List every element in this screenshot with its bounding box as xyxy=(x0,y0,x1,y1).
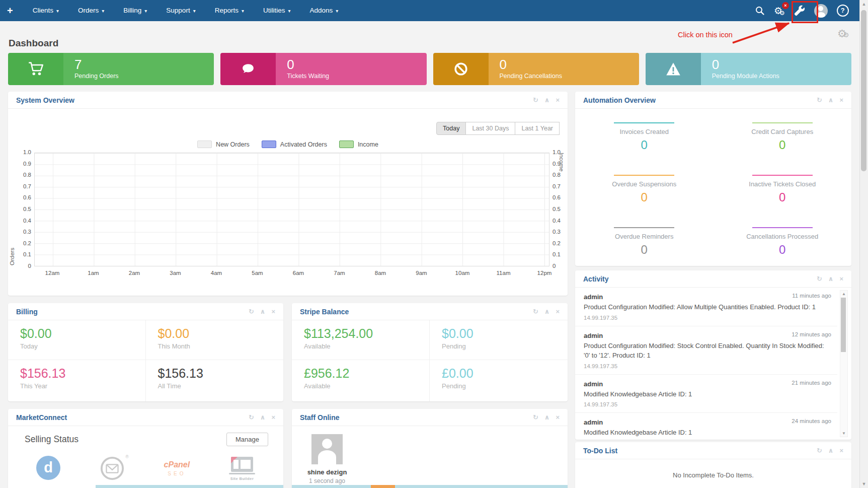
widget-settings-gear-icon[interactable]: ⚙⚙ xyxy=(837,28,849,40)
amount-label: Pending xyxy=(442,342,568,350)
close-icon[interactable]: × xyxy=(839,97,843,103)
amount: $0.00 xyxy=(20,327,145,340)
range-button[interactable]: Last 1 Year xyxy=(515,122,560,135)
collapse-icon[interactable]: ∧ xyxy=(260,414,266,421)
marketconnect-panel: MarketConnect ↻ ∧ × Selling Status Manag… xyxy=(8,409,283,488)
collapse-icon[interactable]: ∧ xyxy=(544,97,550,103)
amount: $0.00 xyxy=(442,327,568,340)
alert-badge-icon: × xyxy=(782,2,789,9)
refresh-icon[interactable]: ↻ xyxy=(817,97,822,103)
activity-entry: admin Product Configuration Modified: Al… xyxy=(575,288,837,326)
close-icon[interactable]: × xyxy=(556,414,560,421)
marketconnect-services: d ® cPanel SEO Site Builder xyxy=(8,456,283,483)
refresh-icon[interactable]: ↻ xyxy=(817,275,822,282)
collapse-icon[interactable]: ∧ xyxy=(828,447,834,454)
refresh-icon[interactable]: ↻ xyxy=(817,447,822,454)
scroll-up-icon[interactable]: ▲ xyxy=(840,292,847,296)
nav-menu-item[interactable]: Utilities▾ xyxy=(254,0,300,22)
window-scrollbar[interactable]: ▲ ▼ xyxy=(859,0,868,488)
collapse-icon[interactable]: ∧ xyxy=(544,308,550,315)
comment-icon xyxy=(220,53,276,85)
scrollbar-thumb[interactable] xyxy=(841,298,846,352)
scroll-up-icon[interactable]: ▲ xyxy=(860,2,868,7)
close-icon[interactable]: × xyxy=(556,97,560,103)
range-button[interactable]: Today xyxy=(436,122,466,135)
collapse-icon[interactable]: ∧ xyxy=(544,414,550,421)
stat-color-line xyxy=(752,122,813,123)
search-icon[interactable] xyxy=(755,6,765,16)
quick-add-icon[interactable]: + xyxy=(7,0,13,21)
activity-panel: Activity ↻ ∧ × admin Product Configurati… xyxy=(575,270,851,440)
collapse-icon[interactable]: ∧ xyxy=(828,275,834,282)
staff-member: shine dezign 1 second ago xyxy=(303,434,351,484)
card-label: Pending Module Actions xyxy=(712,73,851,80)
legend-swatch xyxy=(262,141,276,148)
scroll-down-icon[interactable]: ▼ xyxy=(840,431,847,436)
automation-stat: Cancellations Processed 0 xyxy=(714,220,852,272)
panel-title: Staff Online xyxy=(300,413,340,422)
stat-value: 0 xyxy=(714,190,852,204)
nav-menu-item[interactable]: Reports▾ xyxy=(205,0,254,22)
stat-label: Overdue Reminders xyxy=(575,233,714,240)
amount-label: Available xyxy=(304,342,429,350)
y-axis-ticks-left: 1.00.90.80.70.60.50.40.30.20.10 xyxy=(14,149,31,269)
stat-color-line xyxy=(614,175,674,176)
amount-label: This Year xyxy=(20,382,145,390)
help-icon[interactable]: ? xyxy=(837,5,849,17)
refresh-icon[interactable]: ↻ xyxy=(533,97,538,103)
scroll-down-icon[interactable]: ▼ xyxy=(860,481,868,486)
close-icon[interactable]: × xyxy=(271,308,275,315)
close-icon[interactable]: × xyxy=(271,414,275,421)
range-button[interactable]: Last 30 Days xyxy=(465,122,515,135)
nav-menu-item[interactable]: Addons▾ xyxy=(300,0,348,22)
scrollbar-thumb[interactable] xyxy=(861,10,866,171)
stat-cards-row: 7Pending Orders 0Tickets Waiting 0Pendin… xyxy=(8,53,851,85)
cutoff-content-strip xyxy=(371,485,395,488)
activity-time: 11 minutes ago xyxy=(792,293,831,299)
stat-label: Cancellations Processed xyxy=(714,233,852,240)
cutoff-content-strip xyxy=(292,485,371,488)
legend-swatch xyxy=(197,141,212,148)
amount: $156.13 xyxy=(158,367,284,380)
panel-title: Stripe Balance xyxy=(300,308,349,316)
system-settings-gears-icon[interactable]: ⚙ ⚙ × xyxy=(774,5,785,16)
pending-cancellations-card[interactable]: 0Pending Cancellations xyxy=(433,53,639,85)
nav-menu-item[interactable]: Clients▾ xyxy=(23,0,68,22)
pending-module-actions-card[interactable]: 0Pending Module Actions xyxy=(646,53,851,85)
activity-scrollbar[interactable]: ▲ ▼ xyxy=(840,290,848,437)
nav-menu-item[interactable]: Orders▾ xyxy=(68,0,114,22)
stripe-cell: £956.12 Available xyxy=(292,360,430,401)
service-logo-d[interactable]: d xyxy=(36,456,60,480)
collapse-icon[interactable]: ∧ xyxy=(260,308,266,315)
y-axis-label-income: Income xyxy=(559,153,565,265)
sitebuilder-logo[interactable]: Site Builder xyxy=(229,457,255,481)
chevron-down-icon: ▾ xyxy=(336,8,338,14)
refresh-icon[interactable]: ↻ xyxy=(533,308,538,315)
collapse-icon[interactable]: ∧ xyxy=(828,97,834,103)
refresh-icon[interactable]: ↻ xyxy=(249,414,254,421)
close-icon[interactable]: × xyxy=(839,275,843,282)
card-value: 0 xyxy=(287,58,426,71)
pending-orders-card[interactable]: 7Pending Orders xyxy=(8,53,214,85)
amount-label: Available xyxy=(304,382,429,390)
automation-stat: Credit Card Captures 0 xyxy=(714,115,852,167)
tickets-waiting-card[interactable]: 0Tickets Waiting xyxy=(220,53,426,85)
activity-entry: admin Product Configuration Modified: St… xyxy=(575,326,837,375)
close-icon[interactable]: × xyxy=(556,308,560,315)
chart-legend: New OrdersActivated OrdersIncome xyxy=(8,141,568,148)
chevron-down-icon: ▾ xyxy=(56,8,59,14)
nav-menu-item[interactable]: Billing▾ xyxy=(114,0,156,22)
amount: $113,254.00 xyxy=(304,327,429,340)
manage-button[interactable]: Manage xyxy=(226,433,268,446)
activity-text: Modified Knowledgebase Article ID: 1 xyxy=(584,390,825,399)
cpanel-seo-logo[interactable]: cPanel SEO xyxy=(164,460,190,476)
refresh-icon[interactable]: ↻ xyxy=(249,308,254,315)
panel-title: Automation Overview xyxy=(583,96,656,104)
whmcs-admin-dashboard: + Clients▾Orders▾Billing▾Support▾Reports… xyxy=(0,0,868,488)
refresh-icon[interactable]: ↻ xyxy=(533,414,538,421)
spamexperts-envelope-icon[interactable]: ® xyxy=(100,456,125,483)
todo-empty-message: No Incomplete To-Do Items. xyxy=(575,459,851,479)
close-icon[interactable]: × xyxy=(839,447,843,454)
nav-menu-item[interactable]: Support▾ xyxy=(156,0,205,22)
stat-value: 0 xyxy=(714,138,852,152)
